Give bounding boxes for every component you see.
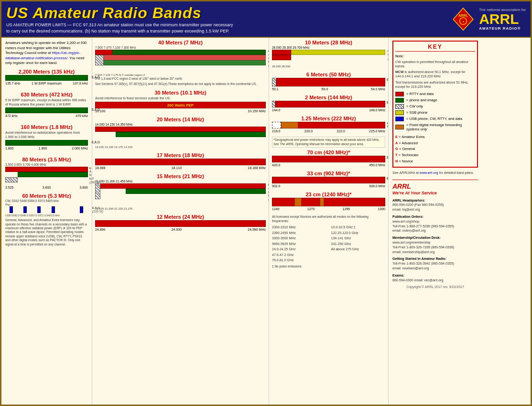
key-item-ssb: = SSB phone bbox=[395, 110, 475, 115]
phone-color-box bbox=[395, 98, 404, 103]
band-60m: 60 Meters (5.3 MHz) CW, 5332 5348 5358.5… bbox=[5, 193, 88, 246]
service-newham: Getting Started in Amateur Radio: Toll-F… bbox=[392, 256, 478, 270]
band-70cm: 70 cm (420 MHz)* E,A,G,T 420.0450.0 MHz bbox=[272, 150, 385, 167]
band-30m: 30 Meters (10.1 MHz) Avoid interference … bbox=[95, 90, 266, 113]
band-17m-title: 17 Meters (18 MHz) bbox=[95, 152, 266, 158]
band-2m: 2 Meters (144 MHz) E,A,G,T 144.0148.0 MH… bbox=[272, 95, 385, 112]
page-title: US Amateur Radio Bands bbox=[6, 4, 233, 22]
band-40m: 40 Meters (7 MHz) 7.000 7.075 7.100 7.30… bbox=[95, 40, 266, 86]
utc-link[interactable]: https://utc.org/plc-database-amateur-not… bbox=[5, 51, 80, 60]
band-2200m: 2,200 Meters (135 kHz) E,A,G 135.7 kHz1 … bbox=[5, 69, 88, 85]
key-title: KEY bbox=[395, 43, 475, 52]
service-membership: Membership/Circulation Desk: www.arrl.or… bbox=[392, 235, 478, 254]
band-125m-title: 1.25 Meters (222 MHz) bbox=[272, 116, 385, 121]
copyright-text: Copyright © ARRL 2017 rev. 9/22/2017 bbox=[392, 285, 478, 288]
license-legend: E = Amateur Extra A = Advanced G = Gener… bbox=[395, 134, 475, 165]
band-80m: 80 Meters (3.5 MHz) 3.500 3.600 3.700 4.… bbox=[5, 157, 88, 189]
band-2m-title: 2 Meters (144 MHz) bbox=[272, 95, 385, 100]
band-12m-title: 12 Meters (24 MHz) bbox=[95, 214, 266, 220]
band-23cm-title: 23 cm (1240 MHz)* bbox=[272, 192, 385, 197]
band-10m: 10 Meters (28 MHz) 28.000 28.300 29.700 … bbox=[272, 40, 385, 68]
band-23cm: 23 cm (1240 MHz)* E,A,G,TN (5 W) 1240127… bbox=[272, 192, 385, 211]
service-hq: ARRL Headquarters: 860-594-0200 (Fax 860… bbox=[392, 198, 478, 212]
intro-text: Amateurs wishing to operate on either 2,… bbox=[5, 41, 88, 66]
middle-panel: 40 Meters (7 MHz) 7.000 7.075 7.100 7.30… bbox=[92, 38, 269, 405]
key-item-usb: = USB phone, CW, RTTY, and data bbox=[395, 117, 475, 121]
cw-label: = CW only bbox=[406, 104, 423, 108]
svg-text:ARRL: ARRL bbox=[458, 13, 468, 18]
band-6m-title: 6 Meters (50 MHz) bbox=[272, 72, 385, 77]
rtty-color-box bbox=[395, 92, 404, 96]
header: US Amateur Radio Bands US AMATEUR POWER … bbox=[1, 1, 531, 38]
band-20m-title: 20 Meters (14 MHz) bbox=[95, 117, 266, 122]
band-160m: 160 Meters (1.8 MHz) Avoid interference … bbox=[5, 124, 88, 150]
band-20m: 20 Meters (14 MHz) 14.000 14.150 14.350 … bbox=[95, 117, 266, 149]
phone-label: = phone and image bbox=[406, 98, 437, 102]
arrl-service: ARRL We're At Your Service ARRL Headquar… bbox=[392, 180, 478, 288]
band-30m-title: 30 Meters (10.1 MHz) bbox=[95, 90, 266, 96]
band-2200m-title: 2,200 Meters (135 kHz) bbox=[5, 69, 88, 75]
key-note-test: Test transmissions are authorized above … bbox=[395, 80, 475, 89]
band-6m: 6 Meters (50 MHz) E,A,G,T 50.150.054.0 M… bbox=[272, 72, 385, 91]
ssb-color-box bbox=[395, 110, 404, 115]
freq-table: 2300-2310 MHz10.0-10.5 GHz ‡ 2390-2450 M… bbox=[272, 225, 385, 263]
content-area: Amateurs wishing to operate on either 2,… bbox=[1, 38, 531, 405]
arrl-service-title: ARRL bbox=[392, 183, 478, 190]
band-60m-title: 60 Meters (5.3 MHz) bbox=[5, 193, 88, 199]
subtitle-line1: US AMATEUR POWER LIMITS — FCC 97.313 An … bbox=[6, 22, 233, 27]
geo-note: *Geographical and power restrictions may… bbox=[272, 137, 385, 148]
service-pub: Publication Orders: www.arrl.org/shop To… bbox=[392, 214, 478, 233]
key-panel: KEY Note: CW operation is permitted thro… bbox=[389, 38, 482, 405]
right-main-panel: 10 Meters (28 MHz) 28.000 28.300 29.700 … bbox=[269, 38, 389, 405]
usb-color-box bbox=[395, 117, 404, 121]
band-160m-title: 160 Meters (1.8 MHz) bbox=[5, 124, 88, 130]
arrl-web-link[interactable]: www.arrl.org bbox=[420, 171, 438, 174]
band-40m-note: ITU 1,3 and FCC region 2 west of 130° we… bbox=[95, 77, 266, 81]
key-item-cw: = CW only bbox=[395, 104, 475, 109]
band-40m-title: 40 Meters (7 MHz) bbox=[95, 40, 266, 45]
main-container: US Amateur Radio Bands US AMATEUR POWER … bbox=[0, 0, 532, 406]
band-40m-footnote: See Sections 97.305(c), 97.307(f)(11) an… bbox=[95, 82, 266, 86]
fdm-label: = Fixed digital message forwarding syste… bbox=[406, 123, 475, 131]
subtitle-line2: to carry out the desired communications.… bbox=[6, 29, 229, 33]
band-30m-note: Avoid interference to fixed services out… bbox=[95, 96, 266, 100]
rtty-label: = RTTY and data bbox=[406, 92, 434, 96]
band-630m-note: 5 W EIRP maximum, except in Alaska withi… bbox=[5, 98, 88, 107]
band-125m: 1.25 Meters (222 MHz) E,A,G,TN (25 W) 21… bbox=[272, 116, 385, 133]
key-note-label: Note: bbox=[395, 54, 475, 58]
key-item-fdm: = Fixed digital message forwarding syste… bbox=[395, 123, 475, 131]
header-right: ARRL ★ The national association for ARRL… bbox=[451, 7, 526, 31]
band-33cm-title: 33 cm (902 MHz)* bbox=[272, 171, 385, 176]
header-subtitle: US AMATEUR POWER LIMITS — FCC 97.313 An … bbox=[6, 22, 233, 34]
service-exams: Exams: 860-594-0300 email: vec@arrl.org bbox=[392, 273, 478, 283]
band-160m-note: Avoid interference to radiolocation oper… bbox=[5, 130, 88, 139]
band-630m-title: 630 Meters (472 kHz) bbox=[5, 92, 88, 97]
arrl-web-note: See ARRLWeb at www.arrl.org for detailed… bbox=[392, 171, 478, 175]
band-80m-title: 80 Meters (3.5 MHz) bbox=[5, 157, 88, 162]
usb-label: = USB phone, CW, RTTY, and data bbox=[406, 117, 462, 121]
fdm-color-box bbox=[395, 125, 404, 129]
band-630m: 630 Meters (472 kHz) 5 W EIRP maximum, e… bbox=[5, 92, 88, 118]
svg-marker-0 bbox=[453, 8, 473, 30]
arrl-diamond-icon: ARRL ★ bbox=[451, 7, 475, 31]
key-note-mcw: MCW is authorized above 50.1 MHz, except… bbox=[395, 70, 475, 78]
footer-note: All licensees except Novices are authori… bbox=[272, 214, 385, 268]
band-60m-note: General, Advanced, and Amateur Extra lic… bbox=[5, 218, 88, 246]
key-item-phone: = phone and image bbox=[395, 98, 475, 103]
arrl-sub-text: AMATEUR RADIO® bbox=[479, 26, 521, 31]
band-15m: 15 Meters (21 MHz) 21.000 21.200 21.450 … bbox=[95, 173, 266, 210]
band-70cm-title: 70 cm (420 MHz)* bbox=[272, 150, 385, 155]
left-panel: Amateurs wishing to operate on either 2,… bbox=[1, 38, 92, 405]
band-17m: 17 Meters (18 MHz) E,A,G 18.06818.11018.… bbox=[95, 152, 266, 170]
ssb-label: = SSB phone bbox=[406, 110, 427, 115]
key-item-rtty: = RTTY and data bbox=[395, 92, 475, 96]
band-12m: 12 Meters (24 MHz) E,A,G 24.89024.93024.… bbox=[95, 214, 266, 231]
band-10m-title: 10 Meters (28 MHz) bbox=[272, 40, 385, 45]
header-left: US Amateur Radio Bands US AMATEUR POWER … bbox=[6, 4, 233, 34]
arrl-big-text: ARRL bbox=[479, 12, 519, 26]
band-15m-title: 15 Meters (21 MHz) bbox=[95, 173, 266, 179]
cw-color-box bbox=[395, 104, 404, 109]
arrl-service-subtitle: We're At Your Service bbox=[392, 191, 478, 195]
arrl-logo: The national association for ARRL AMATEU… bbox=[479, 8, 526, 31]
key-note-cw: CW operation is permitted throughout all… bbox=[395, 60, 475, 68]
